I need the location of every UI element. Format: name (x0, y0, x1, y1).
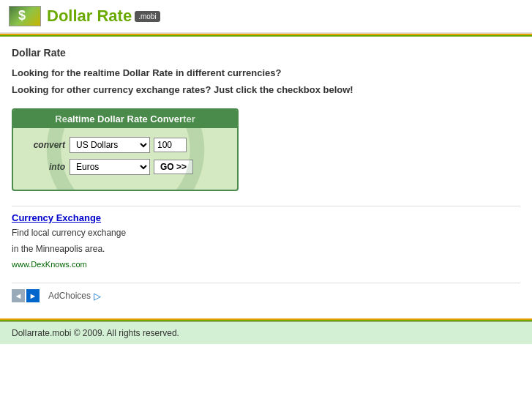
copyright-text: Dollarrate.mobi © 2009. All rights reser… (12, 328, 179, 338)
amount-input[interactable] (154, 138, 187, 152)
dollar-bill-icon (9, 6, 41, 26)
nav-arrow-right[interactable]: ► (26, 289, 40, 302)
convert-label: convert (25, 140, 65, 150)
main-content: Dollar Rate Looking for the realtime Dol… (0, 37, 532, 318)
convert-row: convert US Dollars Euros British Pounds … (25, 137, 225, 153)
site-header: Dollar Rate .mobi (0, 0, 532, 34)
ad-navigation: ◄ ► AdChoices ▷ (12, 283, 520, 308)
ad-url: www.DexKnows.com (12, 260, 87, 269)
currency-exchange-link[interactable]: Currency Exchange (12, 212, 520, 223)
page-title: Dollar Rate (12, 47, 520, 59)
widget-body: convert US Dollars Euros British Pounds … (13, 128, 237, 190)
intro-text-1: Looking for the realtime Dollar Rate in … (12, 67, 520, 78)
adchoices-label: AdChoices (48, 291, 91, 301)
nav-arrow-left[interactable]: ◄ (12, 289, 25, 302)
widget-header: Realtime Dollar Rate Converter (13, 110, 237, 128)
ad-description-line2: in the Minneapolis area. (12, 242, 520, 256)
into-row: into Euros US Dollars British Pounds Jap… (25, 159, 225, 175)
converter-widget: Realtime Dollar Rate Converter convert U… (12, 108, 239, 191)
into-label: into (25, 162, 65, 172)
go-button[interactable]: GO >> (154, 160, 193, 174)
site-title: Dollar Rate (47, 7, 132, 26)
ad-section: Currency Exchange Find local currency ex… (12, 206, 520, 275)
intro-text-2: Looking for other currency exchange rate… (12, 84, 520, 95)
from-currency-select[interactable]: US Dollars Euros British Pounds Japanese… (70, 137, 150, 153)
site-footer: Dollarrate.mobi © 2009. All rights reser… (0, 321, 532, 344)
to-currency-select[interactable]: Euros US Dollars British Pounds Japanese… (70, 159, 150, 175)
ad-description-line1: Find local currency exchange (12, 226, 520, 239)
mobi-badge: .mobi (135, 11, 160, 22)
adchoices-icon: ▷ (94, 291, 101, 302)
